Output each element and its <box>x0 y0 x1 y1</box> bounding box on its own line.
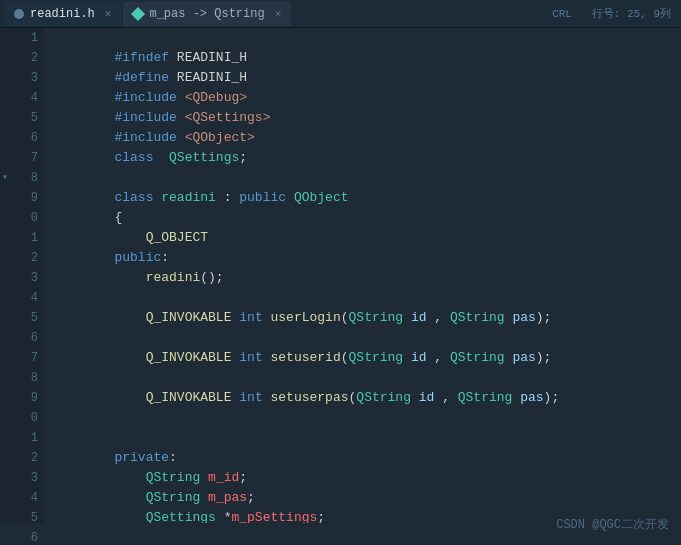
close-icon2[interactable]: ✕ <box>275 7 282 20</box>
ln-5: 5 <box>14 108 38 128</box>
ln-12: 2 <box>14 248 38 268</box>
code-line-20 <box>52 408 673 428</box>
line-numbers: 1 2 3 4 5 6 7 8 9 0 1 2 3 4 5 6 7 8 9 0 … <box>14 28 44 523</box>
code-line-8: class readini : public QObject <box>52 168 673 188</box>
ln-6: 6 <box>14 128 38 148</box>
file-icon <box>14 9 24 19</box>
ln-7: 7 <box>14 148 38 168</box>
ln-2: 2 <box>14 48 38 68</box>
ln-3: 3 <box>14 68 38 88</box>
ln-26: 6 <box>14 528 38 545</box>
ln-21: 1 <box>14 428 38 448</box>
tab-bar: readini.h ✕ m_pas -> Qstring ✕ CRL 行号: 2… <box>0 0 681 28</box>
code-line-21: private: <box>52 428 673 448</box>
ln-13: 3 <box>14 268 38 288</box>
fold-arrow[interactable]: ▾ <box>2 168 8 188</box>
ln-18: 8 <box>14 368 38 388</box>
ln-16: 6 <box>14 328 38 348</box>
ln-14: 4 <box>14 288 38 308</box>
code-line-14: Q_INVOKABLE int userLogin(QString id , Q… <box>52 288 673 308</box>
tab-mpas[interactable]: m_pas -> Qstring ✕ <box>123 2 291 26</box>
ln-22: 2 <box>14 448 38 468</box>
diamond-icon <box>131 6 145 20</box>
ln-15: 5 <box>14 308 38 328</box>
code-area: ▾ 1 2 3 4 5 6 7 8 9 0 1 2 3 4 5 6 7 8 9 … <box>0 28 681 523</box>
tab-label2: m_pas -> Qstring <box>149 7 264 21</box>
ln-9: 9 <box>14 188 38 208</box>
code-line-16: Q_INVOKABLE int setuserid(QString id , Q… <box>52 328 673 348</box>
ln-4: 4 <box>14 88 38 108</box>
crl-info: CRL 行号: 25, 9列 <box>552 6 677 21</box>
code-editor[interactable]: #ifndef READINI_H #define READINI_H #inc… <box>44 28 681 523</box>
ln-17: 7 <box>14 348 38 368</box>
ln-25: 5 <box>14 508 38 528</box>
code-line-1: #ifndef READINI_H <box>52 28 673 48</box>
tab-readini[interactable]: readini.h ✕ <box>4 2 121 26</box>
code-line-10: Q_OBJECT <box>52 208 673 228</box>
code-line-18: Q_INVOKABLE int setuserpas(QString id , … <box>52 368 673 388</box>
ln-23: 3 <box>14 468 38 488</box>
watermark: CSDN @QGC二次开发 <box>556 516 669 533</box>
ln-20: 0 <box>14 408 38 428</box>
ln-19: 9 <box>14 388 38 408</box>
ln-8: 8 <box>14 168 38 188</box>
ln-10: 0 <box>14 208 38 228</box>
tab-label: readini.h <box>30 7 95 21</box>
ln-11: 1 <box>14 228 38 248</box>
fold-gutter: ▾ <box>0 28 14 523</box>
close-icon[interactable]: ✕ <box>105 7 112 20</box>
ln-24: 4 <box>14 488 38 508</box>
ln-1: 1 <box>14 28 38 48</box>
